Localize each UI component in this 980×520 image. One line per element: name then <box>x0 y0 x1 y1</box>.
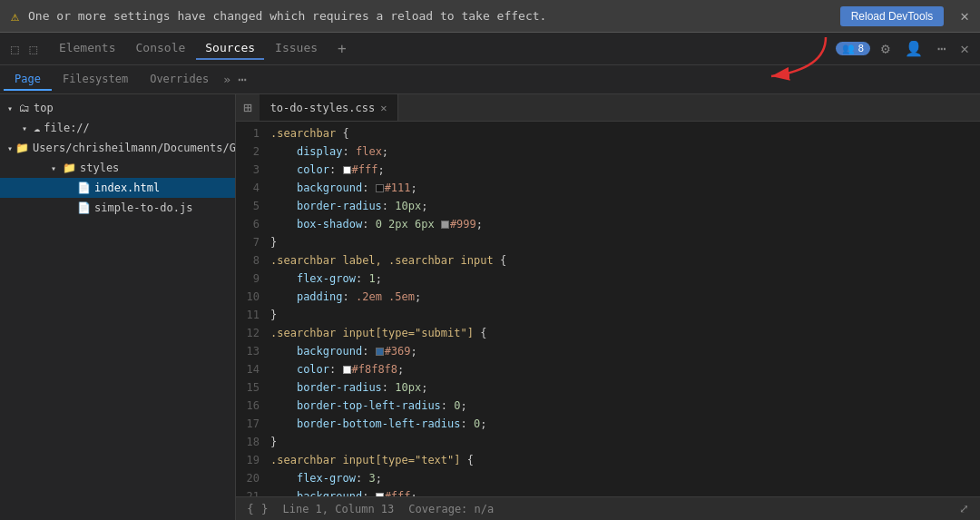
network-icon: ☁ <box>34 122 40 134</box>
tree-label: styles <box>80 162 119 174</box>
folder-icon: 📁 <box>15 142 29 154</box>
code-line: 2 display: flex; <box>236 143 980 162</box>
notification-close-icon[interactable]: ✕ <box>960 7 969 25</box>
warning-icon: ⚠ <box>11 8 19 25</box>
reload-devtools-button[interactable]: Reload DevTools <box>840 6 945 26</box>
code-line: 14 color: #f8f8f8; <box>236 361 980 379</box>
device-icon[interactable]: ⬚ <box>25 40 40 58</box>
tree-arrow <box>65 183 74 193</box>
tab-sources[interactable]: Sources <box>196 37 264 60</box>
code-editor[interactable]: 1 .searchbar { 2 display: flex; 3 color:… <box>236 122 980 496</box>
inspect-icon[interactable]: ⬚ <box>7 40 22 58</box>
folder-icon: 📁 <box>63 162 76 174</box>
coverage-status: Coverage: n/a <box>408 503 494 515</box>
code-line: 3 color: #fff; <box>236 162 980 180</box>
code-line: 10 padding: .2em .5em; <box>236 289 980 307</box>
sub-tab-filesystem[interactable]: Filesystem <box>52 69 139 91</box>
tree-item-simple-to-do-js[interactable]: 📄 simple-to-do.js <box>0 198 235 218</box>
code-line: 1 .searchbar { <box>236 125 980 143</box>
close-file-tab-icon[interactable]: ✕ <box>380 102 387 114</box>
participants-icon: 👥 <box>842 43 855 54</box>
tree-item-users[interactable]: ▾ 📁 Users/chrisheilmann/Documents/GitHub… <box>0 138 235 158</box>
participants-badge[interactable]: 👥 8 <box>836 42 870 55</box>
settings-icon[interactable]: ⚙ <box>877 38 894 59</box>
badge-count: 8 <box>858 43 864 54</box>
right-toolbar: 👥 8 ⚙ 👤 ⋯ ✕ <box>836 38 973 59</box>
code-line: 18 } <box>236 434 980 452</box>
more-tabs-chevron[interactable]: » <box>220 71 234 88</box>
tree-label: index.html <box>94 182 160 194</box>
format-braces-icon[interactable]: { } <box>247 502 268 515</box>
code-line: 16 border-top-left-radius: 0; <box>236 397 980 416</box>
tree-item-styles[interactable]: ▾ 📁 styles <box>0 158 235 178</box>
main-tab-bar: ⬚ ⬚ Elements Console Sources Issues + 👥 … <box>0 33 980 65</box>
code-line: 4 background: #111; <box>236 180 980 198</box>
tree-arrow: ▾ <box>22 123 31 133</box>
tree-item-top[interactable]: ▾ 🗂 top <box>0 98 235 118</box>
sub-tab-overrides[interactable]: Overrides <box>139 69 220 91</box>
tab-elements[interactable]: Elements <box>50 37 125 60</box>
close-devtools-icon[interactable]: ✕ <box>956 38 973 59</box>
tab-console[interactable]: Console <box>127 37 195 60</box>
tree-label: top <box>34 102 54 114</box>
tree-arrow <box>65 203 74 213</box>
code-editor-area: ⊞ to-do-styles.css ✕ 1 .searchbar { 2 di… <box>236 94 980 520</box>
status-bar: { } Line 1, Column 13 Coverage: n/a ⤢ <box>236 496 980 520</box>
nav-icons: ⬚ ⬚ <box>7 40 41 58</box>
file-tab-css[interactable]: to-do-styles.css ✕ <box>260 94 399 121</box>
tree-arrow: ▾ <box>51 163 60 173</box>
tree-arrow: ▾ <box>7 143 13 153</box>
cursor-position: Line 1, Column 13 <box>282 503 394 515</box>
code-line: 19 .searchbar input[type="text"] { <box>236 452 980 470</box>
file-tab-name: to-do-styles.css <box>270 102 376 114</box>
file-tree-sidebar: ▾ 🗂 top ▾ ☁ file:// ▾ 📁 Users/chrisheilm… <box>0 94 236 520</box>
file-tab-bar: ⊞ to-do-styles.css ✕ <box>236 94 980 122</box>
folder-icon: 🗂 <box>19 102 30 114</box>
sub-tab-page[interactable]: Page <box>4 69 52 91</box>
tree-label: Users/chrisheilmann/Documents/GitHub/sin <box>33 142 236 154</box>
code-line: 20 flex-grow: 3; <box>236 470 980 488</box>
code-line: 6 box-shadow: 0 2px 6px #999; <box>236 216 980 234</box>
code-line: 8 .searchbar label, .searchbar input { <box>236 252 980 270</box>
add-tab-button[interactable]: + <box>332 38 352 59</box>
code-line: 13 background: #369; <box>236 343 980 361</box>
people-icon[interactable]: 👤 <box>901 38 926 59</box>
notification-bar: ⚠ One or more settings have changed whic… <box>0 0 980 33</box>
expand-icon[interactable]: ⤢ <box>959 502 969 515</box>
tree-label: simple-to-do.js <box>94 201 192 214</box>
tree-label: file:// <box>44 122 90 134</box>
more-options-icon[interactable]: ⋯ <box>934 38 950 59</box>
code-line: 7 } <box>236 234 980 252</box>
notification-message: One or more settings have changed which … <box>28 9 831 23</box>
code-line: 12 .searchbar input[type="submit"] { <box>236 325 980 343</box>
code-line: 9 flex-grow: 1; <box>236 270 980 289</box>
code-line: 11 } <box>236 307 980 325</box>
navigate-file-icon[interactable]: ⊞ <box>236 95 260 120</box>
code-line: 5 border-radius: 10px; <box>236 198 980 216</box>
sub-tab-more-icon[interactable]: ⋯ <box>238 71 247 88</box>
main-layout: ▾ 🗂 top ▾ ☁ file:// ▾ 📁 Users/chrisheilm… <box>0 94 980 520</box>
tab-issues[interactable]: Issues <box>266 37 327 60</box>
code-line: 15 border-radius: 10px; <box>236 379 980 397</box>
code-line: 17 border-bottom-left-radius: 0; <box>236 416 980 434</box>
file-icon: 📄 <box>77 201 91 214</box>
file-icon: 📄 <box>77 182 91 194</box>
tree-item-index-html[interactable]: 📄 index.html <box>0 178 235 198</box>
code-line: 21 background: #fff; <box>236 488 980 496</box>
tree-item-file[interactable]: ▾ ☁ file:// <box>0 118 235 138</box>
sources-sub-tab-bar: Page Filesystem Overrides » ⋯ <box>0 65 980 94</box>
tree-arrow: ▾ <box>7 103 16 113</box>
